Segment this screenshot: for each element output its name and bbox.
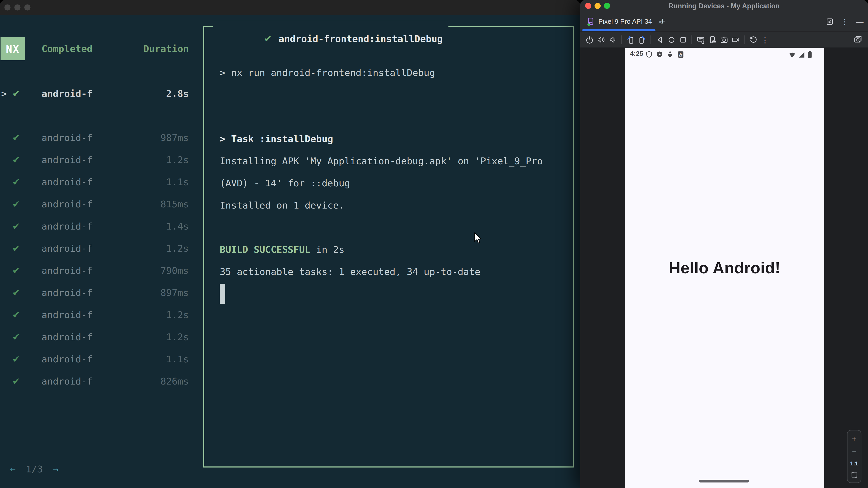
task-row[interactable]: ✔android-f1.2s — [0, 309, 189, 320]
task-row[interactable]: ✔android-f815ms — [0, 199, 189, 210]
battery-icon — [808, 51, 812, 58]
fit-to-window-button[interactable] — [850, 471, 858, 478]
selected-chevron-icon: > — [1, 88, 7, 99]
check-icon: ✔ — [264, 33, 272, 44]
check-icon: ✔ — [12, 243, 20, 254]
app-greeting-text: Hello Android! — [625, 259, 825, 277]
tabbar-more-icon[interactable]: ⋮ — [841, 17, 848, 26]
zoom-in-button[interactable]: + — [852, 435, 857, 442]
build-successful-label: BUILD SUCCESSFUL — [220, 244, 310, 255]
task-row[interactable]: ✔android-f1.1s — [0, 354, 189, 365]
check-icon: ✔ — [12, 88, 20, 99]
android-studio-window: Running Devices - My Application Pixel 9… — [580, 0, 868, 488]
wifi-icon — [789, 51, 796, 58]
studio-titlebar: Running Devices - My Application — [580, 0, 868, 12]
check-icon: ✔ — [12, 354, 20, 365]
prev-page-arrow[interactable]: ← — [10, 464, 16, 475]
shield-outline-icon — [646, 51, 652, 58]
screen-zoom-settings-icon[interactable] — [853, 35, 862, 43]
hide-panel-icon[interactable]: — — [856, 17, 864, 26]
output-task-header: > Task :installDebug — [220, 133, 333, 144]
task-duration: 1.2s — [166, 309, 189, 320]
task-duration: 1.1s — [166, 354, 189, 365]
status-system-icons — [789, 51, 812, 58]
screen-record-icon[interactable] — [731, 35, 740, 44]
check-icon: ✔ — [12, 309, 20, 320]
mouse-cursor — [474, 232, 482, 245]
float-window-icon[interactable] — [826, 18, 834, 25]
keyboard-input-icon[interactable] — [696, 35, 705, 44]
home-button-icon[interactable] — [667, 35, 676, 44]
task-row[interactable]: ✔android-f790ms — [0, 265, 189, 276]
cellular-signal-icon — [798, 51, 805, 58]
task-row[interactable]: ✔android-f1.4s — [0, 221, 189, 232]
window-close-button[interactable] — [4, 4, 11, 11]
check-icon: ✔ — [12, 287, 20, 298]
toolbar-separator — [621, 35, 622, 44]
toolbar-separator — [744, 35, 744, 44]
zoom-out-button[interactable]: − — [852, 447, 857, 455]
task-name: android-f — [41, 376, 93, 387]
task-name: android-f — [41, 154, 93, 165]
task-row[interactable]: ✔android-f897ms — [0, 287, 189, 298]
device-phone-icon — [587, 17, 594, 26]
restart-device-icon[interactable] — [749, 35, 757, 44]
output-summary: 35 actionable tasks: 1 executed, 34 up-t… — [220, 266, 480, 277]
gesture-navigation-bar[interactable] — [699, 480, 749, 482]
tab-pixel-9-pro[interactable]: Pixel 9 Pro API 34 × — [582, 12, 666, 31]
task-name: android-f — [41, 199, 93, 210]
volume-down-icon[interactable] — [608, 35, 617, 44]
emulator-screen[interactable]: 4:25 A Hello Android! — [625, 48, 825, 488]
task-duration: 1.2s — [166, 331, 189, 343]
tabbar-actions: ⋮ — — [826, 12, 864, 31]
next-page-arrow[interactable]: → — [53, 464, 59, 475]
terminal-window: NX Completed Duration > ✔ android-f 2.8s… — [0, 0, 580, 488]
check-icon: ✔ — [12, 376, 20, 387]
back-button-icon[interactable] — [655, 35, 664, 44]
check-icon: ✔ — [12, 132, 20, 143]
overview-button-icon[interactable] — [678, 35, 687, 44]
task-row[interactable]: ✔android-f987ms — [0, 132, 189, 143]
power-button-icon[interactable] — [585, 35, 594, 44]
task-output-panel: ✔android-frontend:installDebug > nx run … — [203, 26, 574, 467]
new-tab-button[interactable]: + — [660, 12, 665, 31]
toolbar-separator — [651, 35, 651, 44]
toolbar-more-icon[interactable]: ⋮ — [761, 35, 769, 44]
task-duration: 1.4s — [166, 221, 189, 232]
check-icon: ✔ — [12, 154, 20, 165]
window-zoom-button[interactable] — [24, 4, 31, 11]
task-name: android-f — [41, 309, 93, 320]
status-bar: 4:25 A — [625, 48, 825, 61]
task-row-selected[interactable]: > ✔ android-f 2.8s — [0, 88, 189, 99]
page-indicator: 1/3 — [26, 464, 43, 475]
screenshot-camera-icon[interactable] — [719, 35, 728, 44]
screen: NX Completed Duration > ✔ android-f 2.8s… — [0, 0, 868, 488]
task-duration: 826ms — [160, 376, 189, 387]
device-settings-icon[interactable] — [708, 35, 717, 44]
check-icon: ✔ — [12, 176, 20, 188]
task-row[interactable]: ✔android-f826ms — [0, 376, 189, 387]
task-name: android-f — [41, 265, 93, 276]
task-row[interactable]: ✔android-f1.2s — [0, 243, 189, 254]
task-duration: 897ms — [160, 287, 189, 298]
output-install-line-2: (AVD) - 14' for ::debug — [220, 177, 350, 189]
window-minimize-button[interactable] — [14, 4, 21, 11]
volume-up-icon[interactable] — [596, 35, 605, 44]
task-row[interactable]: ✔android-f1.1s — [0, 176, 189, 188]
task-row[interactable]: ✔android-f1.2s — [0, 154, 189, 165]
task-duration: 1.1s — [166, 176, 189, 188]
task-row[interactable]: ✔android-f1.2s — [0, 331, 189, 343]
rotate-left-icon[interactable] — [626, 35, 635, 44]
rotate-right-icon[interactable] — [638, 35, 646, 44]
actual-size-button[interactable]: 1:1 — [850, 460, 858, 466]
zoom-controls-panel: + − 1:1 — [847, 430, 862, 483]
task-name: android-f — [41, 354, 93, 365]
task-duration: 1.2s — [166, 154, 189, 165]
check-icon: ✔ — [12, 199, 20, 210]
svg-text:A: A — [679, 52, 682, 57]
task-name: android-f — [41, 176, 93, 188]
studio-window-title: Running Devices - My Application — [580, 0, 868, 12]
terminal-titlebar — [0, 0, 580, 15]
terminal-cursor — [220, 284, 225, 304]
check-icon: ✔ — [12, 331, 20, 343]
